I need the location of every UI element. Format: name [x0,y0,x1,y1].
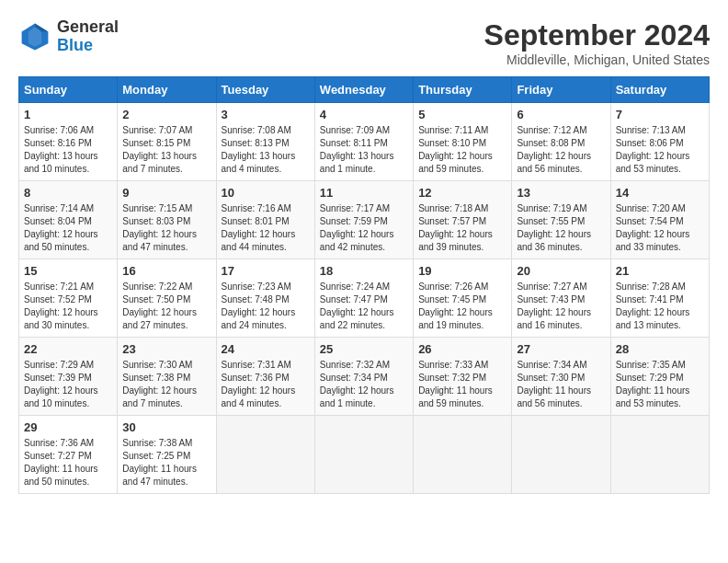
day-number: 22 [24,342,112,356]
calendar-cell: 7Sunrise: 7:13 AMSunset: 8:06 PMDaylight… [610,103,709,181]
calendar-cell: 20Sunrise: 7:27 AMSunset: 7:43 PMDayligh… [512,259,610,338]
calendar-header-saturday: Saturday [610,77,709,103]
calendar-cell: 23Sunrise: 7:30 AMSunset: 7:38 PMDayligh… [118,338,216,416]
day-info: Sunrise: 7:14 AMSunset: 8:04 PMDaylight:… [24,202,112,254]
day-number: 15 [24,264,112,278]
day-info: Sunrise: 7:32 AMSunset: 7:34 PMDaylight:… [320,359,408,410]
day-number: 13 [517,186,605,200]
calendar-header-thursday: Thursday [414,77,512,103]
day-info: Sunrise: 7:24 AMSunset: 7:47 PMDaylight:… [320,281,408,332]
calendar-cell: 22Sunrise: 7:29 AMSunset: 7:39 PMDayligh… [19,338,118,416]
logo-icon [18,20,51,53]
calendar-cell: 13Sunrise: 7:19 AMSunset: 7:55 PMDayligh… [512,181,610,259]
day-number: 17 [222,264,310,278]
day-info: Sunrise: 7:27 AMSunset: 7:43 PMDaylight:… [517,281,605,332]
logo: General Blue [18,18,119,55]
calendar-week-5: 29Sunrise: 7:36 AMSunset: 7:27 PMDayligh… [19,416,710,494]
day-number: 12 [418,186,506,200]
day-number: 5 [418,108,506,121]
day-info: Sunrise: 7:08 AMSunset: 8:13 PMDaylight:… [222,124,310,176]
calendar-cell: 30Sunrise: 7:38 AMSunset: 7:25 PMDayligh… [118,416,216,494]
day-number: 28 [616,342,704,356]
day-info: Sunrise: 7:16 AMSunset: 8:01 PMDaylight:… [222,202,310,254]
day-number: 27 [517,342,605,356]
day-info: Sunrise: 7:23 AMSunset: 7:48 PMDaylight:… [222,281,310,332]
calendar-header-wednesday: Wednesday [314,77,413,103]
day-number: 18 [320,264,408,278]
calendar-cell: 11Sunrise: 7:17 AMSunset: 7:59 PMDayligh… [314,181,413,259]
calendar-cell [216,416,314,494]
calendar-cell: 1Sunrise: 7:06 AMSunset: 8:16 PMDaylight… [19,103,118,181]
calendar-cell: 2Sunrise: 7:07 AMSunset: 8:15 PMDaylight… [118,103,216,181]
day-info: Sunrise: 7:28 AMSunset: 7:41 PMDaylight:… [616,281,704,332]
calendar-cell: 19Sunrise: 7:26 AMSunset: 7:45 PMDayligh… [414,259,512,338]
day-info: Sunrise: 7:31 AMSunset: 7:36 PMDaylight:… [222,359,310,410]
logo-line2: Blue [57,37,119,55]
header: General Blue September 2024 Middleville,… [18,18,710,67]
calendar-header-sunday: Sunday [19,77,118,103]
day-info: Sunrise: 7:29 AMSunset: 7:39 PMDaylight:… [24,359,112,410]
day-info: Sunrise: 7:18 AMSunset: 7:57 PMDaylight:… [418,202,506,254]
day-info: Sunrise: 7:30 AMSunset: 7:38 PMDaylight:… [122,359,210,410]
calendar-cell: 10Sunrise: 7:16 AMSunset: 8:01 PMDayligh… [216,181,314,259]
location: Middleville, Michigan, United States [484,52,710,67]
calendar-cell [414,416,512,494]
calendar-cell: 27Sunrise: 7:34 AMSunset: 7:30 PMDayligh… [512,338,610,416]
day-number: 26 [418,342,506,356]
day-number: 24 [222,342,310,356]
calendar-cell: 9Sunrise: 7:15 AMSunset: 8:03 PMDaylight… [118,181,216,259]
calendar-cell: 12Sunrise: 7:18 AMSunset: 7:57 PMDayligh… [414,181,512,259]
day-number: 10 [222,186,310,200]
calendar-header-row: SundayMondayTuesdayWednesdayThursdayFrid… [19,77,710,103]
day-info: Sunrise: 7:13 AMSunset: 8:06 PMDaylight:… [616,124,704,176]
day-info: Sunrise: 7:15 AMSunset: 8:03 PMDaylight:… [122,202,210,254]
calendar-cell: 3Sunrise: 7:08 AMSunset: 8:13 PMDaylight… [216,103,314,181]
calendar-cell: 28Sunrise: 7:35 AMSunset: 7:29 PMDayligh… [610,338,709,416]
day-number: 19 [418,264,506,278]
day-number: 7 [616,108,704,121]
calendar-cell: 8Sunrise: 7:14 AMSunset: 8:04 PMDaylight… [19,181,118,259]
calendar-cell: 14Sunrise: 7:20 AMSunset: 7:54 PMDayligh… [610,181,709,259]
day-number: 16 [122,264,210,278]
day-info: Sunrise: 7:11 AMSunset: 8:10 PMDaylight:… [418,124,506,176]
day-info: Sunrise: 7:19 AMSunset: 7:55 PMDaylight:… [517,202,605,254]
calendar-header-monday: Monday [118,77,216,103]
calendar-header-tuesday: Tuesday [216,77,314,103]
day-info: Sunrise: 7:12 AMSunset: 8:08 PMDaylight:… [517,124,605,176]
day-number: 25 [320,342,408,356]
day-number: 11 [320,186,408,200]
day-number: 29 [24,420,112,434]
day-info: Sunrise: 7:35 AMSunset: 7:29 PMDaylight:… [616,359,704,410]
calendar-week-3: 15Sunrise: 7:21 AMSunset: 7:52 PMDayligh… [19,259,710,338]
day-number: 3 [222,108,310,121]
day-info: Sunrise: 7:20 AMSunset: 7:54 PMDaylight:… [616,202,704,254]
day-number: 1 [24,108,112,121]
day-number: 20 [517,264,605,278]
title-area: September 2024 Middleville, Michigan, Un… [484,18,710,67]
day-info: Sunrise: 7:26 AMSunset: 7:45 PMDaylight:… [418,281,506,332]
calendar-cell [512,416,610,494]
calendar-table: SundayMondayTuesdayWednesdayThursdayFrid… [18,76,710,494]
day-number: 21 [616,264,704,278]
calendar-cell: 5Sunrise: 7:11 AMSunset: 8:10 PMDaylight… [414,103,512,181]
day-number: 6 [517,108,605,121]
calendar-cell: 15Sunrise: 7:21 AMSunset: 7:52 PMDayligh… [19,259,118,338]
day-number: 14 [616,186,704,200]
calendar-cell: 24Sunrise: 7:31 AMSunset: 7:36 PMDayligh… [216,338,314,416]
day-info: Sunrise: 7:17 AMSunset: 7:59 PMDaylight:… [320,202,408,254]
day-info: Sunrise: 7:38 AMSunset: 7:25 PMDaylight:… [122,437,210,488]
day-info: Sunrise: 7:09 AMSunset: 8:11 PMDaylight:… [320,124,408,176]
day-number: 30 [122,420,210,434]
calendar-cell: 18Sunrise: 7:24 AMSunset: 7:47 PMDayligh… [314,259,413,338]
calendar-cell: 21Sunrise: 7:28 AMSunset: 7:41 PMDayligh… [610,259,709,338]
day-info: Sunrise: 7:33 AMSunset: 7:32 PMDaylight:… [418,359,506,410]
calendar-cell: 25Sunrise: 7:32 AMSunset: 7:34 PMDayligh… [314,338,413,416]
day-number: 8 [24,186,112,200]
logo-line1: General [57,18,119,37]
calendar-body: 1Sunrise: 7:06 AMSunset: 8:16 PMDaylight… [19,103,710,494]
month-title: September 2024 [484,18,710,52]
day-info: Sunrise: 7:21 AMSunset: 7:52 PMDaylight:… [24,281,112,332]
day-info: Sunrise: 7:22 AMSunset: 7:50 PMDaylight:… [122,281,210,332]
calendar-cell: 29Sunrise: 7:36 AMSunset: 7:27 PMDayligh… [19,416,118,494]
day-number: 2 [122,108,210,121]
